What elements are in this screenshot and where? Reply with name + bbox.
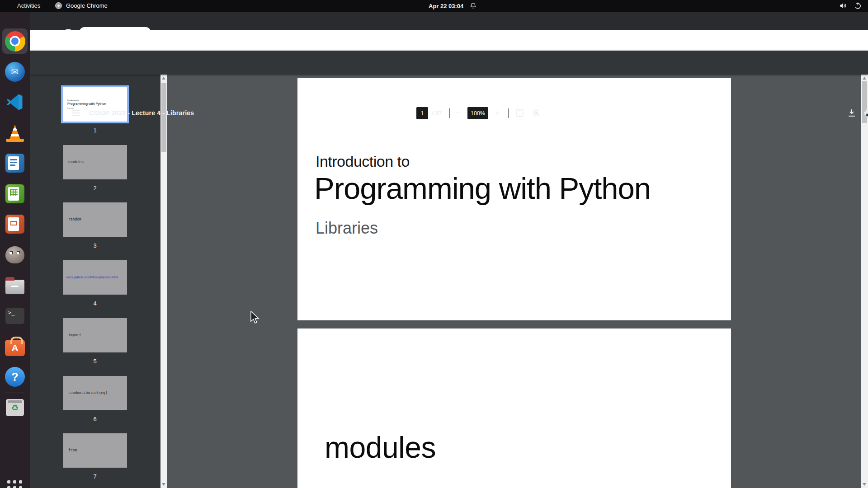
scrollbar-thumb[interactable] <box>161 83 166 152</box>
pdf-toolbar: CS50P 2022 - Lecture 4 - Libraries 1 / 3… <box>30 51 868 75</box>
thumb-text-kicker: Introduction to <box>67 99 127 101</box>
rotate-button[interactable] <box>532 108 541 117</box>
scroll-up-icon[interactable] <box>863 77 866 80</box>
thumbnail-image[interactable]: import <box>63 318 127 352</box>
pdf-page-2: modules <box>297 328 731 488</box>
thumb-text: random <box>68 217 81 221</box>
bell-icon <box>470 2 476 9</box>
scroll-up-icon[interactable] <box>162 77 165 80</box>
thumbnail-page-number: 4 <box>63 300 127 307</box>
volume-icon <box>839 2 847 9</box>
pdf-menu-icon[interactable] <box>72 110 80 116</box>
focused-app-menu[interactable]: Google Chrome <box>55 2 108 9</box>
desktop: Activities Google Chrome Apr 22 03:04 <box>0 0 868 488</box>
libreoffice-impress-icon <box>5 215 24 234</box>
zoom-out-button[interactable]: − <box>455 108 460 117</box>
libreoffice-writer-icon <box>5 154 24 173</box>
libreoffice-calc-icon <box>5 184 24 203</box>
zoom-level-input[interactable]: 100% <box>467 107 488 119</box>
pdf-print-button[interactable] <box>863 108 868 117</box>
dock-item-impress[interactable] <box>4 213 26 235</box>
activities-button[interactable]: Activities <box>17 2 40 9</box>
focused-app-label: Google Chrome <box>66 2 108 9</box>
ubuntu-software-icon: A <box>5 340 25 356</box>
dock-divider <box>5 393 25 393</box>
clock-label: Apr 22 03:04 <box>429 3 463 9</box>
thumbnail-page-number: 2 <box>63 185 127 192</box>
page-count-label: / 32 <box>432 110 442 117</box>
thumbnail-page-number: 6 <box>63 416 127 422</box>
app-grid-icon <box>7 480 23 488</box>
dock-item-gimp[interactable] <box>4 244 26 266</box>
terminal-icon: >_ <box>5 308 24 324</box>
thumbnail-page-number: 5 <box>63 358 127 365</box>
thumb-text: import <box>68 333 81 337</box>
thumbnail-page-number: 1 <box>63 127 127 134</box>
pdf-document-title: CS50P 2022 - Lecture 4 - Libraries <box>89 109 194 117</box>
trash-icon: ♻ <box>6 399 24 416</box>
sidebar-scrollbar[interactable] <box>160 75 167 488</box>
dock-item-files[interactable] <box>4 275 26 296</box>
browser-toolbar: ← → cdn.cs50.net/python/2022/x/lectures/… <box>30 30 868 51</box>
dock-item-thunderbird[interactable]: ✉ <box>4 61 26 83</box>
help-icon: ? <box>5 367 25 387</box>
vscode-icon <box>5 92 25 112</box>
dock-item-ubuntu-software[interactable]: A <box>4 336 26 357</box>
dock-item-help[interactable]: ? <box>4 366 26 388</box>
page-number-input[interactable]: 1 <box>416 107 428 119</box>
thumb-text: from <box>68 448 77 452</box>
chrome-icon <box>5 31 25 52</box>
slide-kicker: Introduction to <box>316 153 410 170</box>
mouse-cursor <box>250 311 260 324</box>
toolbar-separator <box>508 108 509 118</box>
dock-item-chrome[interactable] <box>4 30 26 52</box>
thumb-text: random.choice(seq) <box>68 391 108 395</box>
dock-item-writer[interactable] <box>4 152 26 174</box>
fit-page-button[interactable] <box>515 108 524 117</box>
thumb-text-title: Programming with Python <box>67 102 127 106</box>
tab-strip: CS50P 2022 - Lecture 4 - Libraries × + –… <box>30 12 868 30</box>
pdf-thumbnail-sidebar: Introduction toProgramming with PythonLi… <box>30 75 160 488</box>
top-bar: Activities Google Chrome Apr 22 03:04 <box>0 0 868 12</box>
main-scrollbar[interactable] <box>861 75 868 488</box>
zoom-in-button[interactable]: + <box>495 108 500 117</box>
chrome-app-icon <box>55 2 62 9</box>
pdf-page-area[interactable]: Introduction to Programming with Python … <box>167 75 861 488</box>
power-icon <box>854 2 862 9</box>
thumb-link-text: docs.python.org/3/library/random.html <box>66 276 118 279</box>
dock-item-terminal[interactable]: >_ <box>4 305 26 327</box>
thumbnail-image[interactable]: random.choice(seq) <box>63 376 127 410</box>
thumbnail-image[interactable]: from <box>63 433 127 468</box>
dock-item-vscode[interactable] <box>4 91 26 113</box>
slide-title: modules <box>325 430 436 465</box>
gimp-icon <box>5 246 24 263</box>
dock-item-trash[interactable]: ♻ <box>4 397 26 418</box>
slide-subtitle: Libraries <box>316 219 378 238</box>
dock-item-app-grid[interactable] <box>4 477 26 488</box>
scroll-down-icon[interactable] <box>863 483 866 486</box>
scroll-down-icon[interactable] <box>162 483 165 486</box>
thumbnail-image[interactable]: docs.python.org/3/library/random.html <box>63 260 127 295</box>
vlc-icon <box>5 123 25 143</box>
system-status-area[interactable] <box>839 2 862 9</box>
thumbnail-image[interactable]: modules <box>63 145 127 179</box>
thumbnail-page-number: 7 <box>63 473 127 480</box>
pdf-download-button[interactable] <box>847 108 856 117</box>
thumbnail-image[interactable]: random <box>63 202 127 237</box>
dock: ✉ <box>0 12 30 488</box>
files-icon <box>5 280 24 294</box>
pdf-page-1: Introduction to Programming with Python … <box>297 78 731 320</box>
slide-title: Programming with Python <box>314 171 651 206</box>
dock-item-vlc[interactable] <box>4 122 26 144</box>
toolbar-separator <box>449 108 450 118</box>
thunderbird-icon: ✉ <box>5 62 25 82</box>
dock-item-calc[interactable] <box>4 183 26 205</box>
clock-menu[interactable]: Apr 22 03:04 <box>429 2 476 9</box>
thumbnail-page-number: 3 <box>63 242 127 249</box>
thumb-text: modules <box>68 160 84 164</box>
